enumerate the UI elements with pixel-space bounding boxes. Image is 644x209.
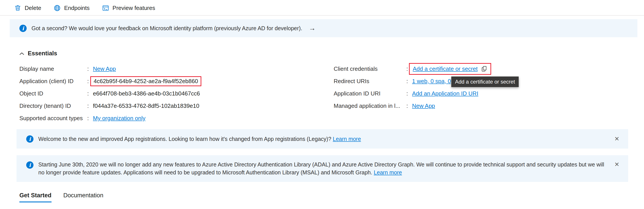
adal-learn-more-link[interactable]: Learn more [374, 169, 402, 175]
directory-tenant-id-value: f044a37e-6533-4762-8df5-102ab1839e10 [93, 103, 199, 109]
separator [87, 90, 93, 97]
welcome-banner-text: Welcome to the new and improved App regi… [38, 136, 361, 142]
redirect-uris-link[interactable]: 1 web, 0 spa, 0 [412, 78, 451, 84]
client-id-highlight-box: 4c62b95f-64b9-4252-ae2a-f9a4f52eb860 [90, 76, 201, 86]
adal-banner: i Starting June 30th, 2020 we will no lo… [16, 155, 628, 182]
application-client-id-label: Application (client) ID [20, 78, 87, 85]
object-id-label: Object ID [20, 90, 87, 97]
application-client-id-row: Application (client) ID 4c62b95f-64b9-42… [20, 75, 334, 87]
managed-application-row: Managed application in l... New App [334, 100, 624, 112]
welcome-banner: i Welcome to the new and improved App re… [16, 129, 628, 149]
display-name-link[interactable]: New App [93, 66, 116, 72]
delete-button-label: Delete [25, 5, 41, 12]
tooltip: Add a certificate or secret [451, 77, 519, 87]
redirect-uris-row: Redirect URIs 1 web, 0 spa, 0 Add a cert… [334, 75, 624, 87]
separator [406, 78, 412, 85]
separator [87, 66, 93, 72]
object-id-row: Object ID e664f708-beb3-4386-ae4b-03c1b0… [20, 87, 334, 100]
application-id-uri-row: Application ID URI Add an Application ID… [334, 87, 624, 100]
separator [87, 103, 93, 109]
client-credentials-label: Client credentials [334, 66, 406, 72]
separator [87, 115, 93, 122]
directory-tenant-id-row: Directory (tenant) ID f044a37e-6533-4762… [20, 100, 334, 112]
trash-icon [14, 5, 21, 12]
add-application-id-uri-link[interactable]: Add an Application ID URI [412, 90, 478, 97]
info-icon: i [20, 25, 27, 32]
preview-features-button-label: Preview features [112, 5, 155, 12]
redirect-uris-label: Redirect URIs [334, 78, 406, 85]
adal-banner-message: Starting June 30th, 2020 we will no long… [38, 161, 604, 175]
essentials-section: Essentials Display name New App Applicat… [0, 50, 644, 124]
display-name-label: Display name [20, 66, 87, 72]
tab-documentation[interactable]: Documentation [64, 192, 104, 202]
application-id-uri-label: Application ID URI [334, 90, 406, 97]
arrow-right-icon[interactable]: → [309, 24, 316, 32]
separator [406, 103, 412, 109]
managed-application-link[interactable]: New App [412, 103, 435, 109]
globe-icon [54, 5, 61, 12]
info-icon: i [26, 161, 34, 169]
endpoints-button[interactable]: Endpoints [54, 5, 90, 12]
info-icon: i [26, 135, 34, 143]
managed-application-label: Managed application in l... [334, 103, 406, 109]
client-credentials-row: Client credentials Add a certificate or … [334, 63, 624, 75]
close-icon[interactable]: ✕ [613, 135, 621, 142]
supported-account-types-label: Supported account types [20, 115, 87, 122]
directory-tenant-id-label: Directory (tenant) ID [20, 103, 87, 109]
supported-account-types-row: Supported account types My organization … [20, 112, 334, 124]
welcome-learn-more-link[interactable]: Learn more [333, 136, 361, 142]
delete-button[interactable]: Delete [14, 5, 41, 12]
essentials-grid: Display name New App Application (client… [20, 63, 624, 124]
display-name-row: Display name New App [20, 63, 334, 75]
essentials-right-column: Client credentials Add a certificate or … [334, 63, 624, 124]
separator [406, 90, 412, 97]
supported-account-types-link[interactable]: My organization only [93, 115, 145, 121]
add-certificate-or-secret-link[interactable]: Add a certificate or secret [413, 66, 478, 72]
preview-features-icon [102, 5, 109, 12]
essentials-header[interactable]: Essentials [20, 50, 624, 57]
preview-features-button[interactable]: Preview features [102, 5, 155, 12]
essentials-title: Essentials [28, 50, 57, 57]
toolbar-divider [0, 15, 644, 16]
essentials-left-column: Display name New App Application (client… [20, 63, 334, 124]
adal-banner-text: Starting June 30th, 2020 we will no long… [38, 160, 608, 177]
welcome-banner-message: Welcome to the new and improved App regi… [38, 136, 331, 142]
client-credentials-highlight-box: Add a certificate or secret [409, 63, 491, 75]
object-id-value: e664f708-beb3-4386-ae4b-03c1b0467cc6 [93, 90, 200, 97]
close-icon[interactable]: ✕ [613, 161, 621, 168]
application-client-id-value: 4c62b95f-64b9-4252-ae2a-f9a4f52eb860 [94, 78, 198, 85]
feedback-banner: i Got a second? We would love your feedb… [10, 19, 638, 37]
chevron-up-icon [20, 52, 24, 55]
feedback-banner-text: Got a second? We would love your feedbac… [32, 25, 302, 32]
endpoints-button-label: Endpoints [64, 5, 90, 12]
command-bar: Delete Endpoints Preview features [0, 0, 644, 15]
tab-bar: Get Started Documentation [0, 192, 644, 202]
copy-icon[interactable] [481, 66, 488, 72]
tab-get-started[interactable]: Get Started [20, 192, 52, 202]
